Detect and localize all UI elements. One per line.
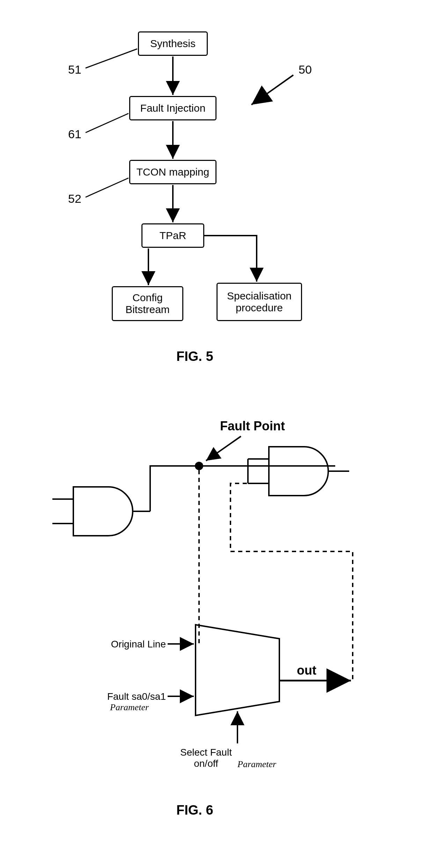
and-gate-right xyxy=(248,447,349,496)
box-synthesis: Synthesis xyxy=(138,31,208,56)
fig5-caption: FIG. 5 xyxy=(176,349,213,364)
parameter2-label: Parameter xyxy=(237,759,276,770)
box-specialisation: Specialisation procedure xyxy=(216,283,302,321)
fig6-caption: FIG. 6 xyxy=(176,803,213,818)
svg-line-5 xyxy=(86,113,129,133)
fault-point-dot xyxy=(195,462,203,470)
box-tcon-mapping: TCON mapping xyxy=(129,160,216,184)
parameter1-label: Parameter xyxy=(110,702,149,713)
box-synthesis-label: Synthesis xyxy=(150,38,196,50)
select-fault-label: Select Fault on/off xyxy=(168,747,244,769)
box-fault-injection: Fault Injection xyxy=(129,96,216,120)
box-tpar-label: TPaR xyxy=(160,230,186,242)
box-tpar: TPaR xyxy=(141,223,204,248)
box-specialisation-label: Specialisation procedure xyxy=(227,290,292,314)
svg-line-16 xyxy=(206,436,241,461)
and-gate-left xyxy=(52,487,150,536)
ref-52: 52 xyxy=(68,192,81,206)
box-tcon-mapping-label: TCON mapping xyxy=(137,166,209,178)
svg-line-6 xyxy=(86,178,129,197)
ref-51: 51 xyxy=(68,63,81,76)
fault-point-label: Fault Point xyxy=(220,419,285,433)
page: Synthesis Fault Injection TCON mapping T… xyxy=(0,0,433,868)
svg-line-7 xyxy=(251,75,293,105)
original-line-label: Original Line xyxy=(96,639,166,650)
out-label: out xyxy=(297,663,316,678)
box-config-bitstream-label: Config Bitstream xyxy=(125,292,170,316)
box-config-bitstream: Config Bitstream xyxy=(112,286,183,321)
svg-line-4 xyxy=(86,49,137,68)
diagram-svg xyxy=(0,0,433,868)
ref-50: 50 xyxy=(299,63,312,76)
box-fault-injection-label: Fault Injection xyxy=(140,102,206,114)
fault-sa-label: Fault sa0/sa1 xyxy=(96,691,166,702)
ref-61: 61 xyxy=(68,127,81,141)
mux xyxy=(196,625,279,715)
